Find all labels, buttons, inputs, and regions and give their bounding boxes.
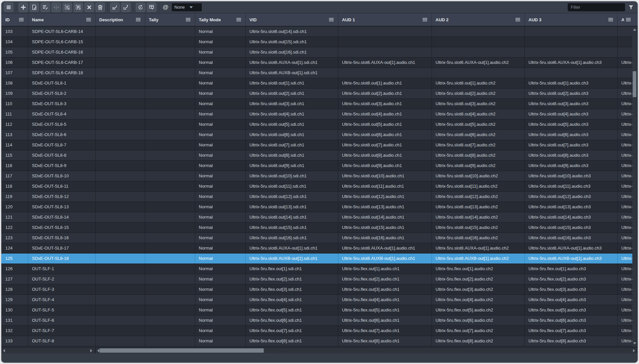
column-header-tally_mode[interactable]: Tally Mode: [195, 13, 246, 26]
cell-aud2[interactable]: Ultrix-5ru.slot8.out[3].audio.ch2: [432, 99, 525, 109]
cell-name[interactable]: SDxE-OUT-SL8-8: [28, 150, 96, 160]
cell-aud1[interactable]: Ultrix-5ru.slot8.out[16].audio.ch1: [338, 233, 432, 243]
column-menu-icon[interactable]: [608, 17, 613, 22]
cell-name[interactable]: SDxE-OUT-SL8-17: [28, 243, 96, 253]
cell-name[interactable]: SDxE-OUT-SL8-2: [28, 89, 96, 98]
cell-id[interactable]: 110: [1, 99, 28, 109]
cell-vid[interactable]: Ultrix-5ru.flex.out[2].sdi.ch1: [246, 274, 338, 284]
cell-name[interactable]: OUT-SLF-5: [28, 305, 96, 315]
cell-description[interactable]: [96, 89, 145, 98]
cell-aud3[interactable]: Ultrix-5ru.slot8.out[2].audio.ch3: [525, 89, 618, 98]
cell-vid[interactable]: Ultrix-5ru.slot8.out[8].sdi.ch1: [246, 150, 338, 160]
cell-vid[interactable]: Ultrix-5ru.slot8.out[12].sdi.ch1: [246, 192, 338, 202]
cell-aud2[interactable]: Ultrix-5ru.slot8.out[10].audio.ch2: [432, 171, 525, 181]
cell-name[interactable]: OUT-SLF-6: [28, 315, 96, 325]
cell-name[interactable]: SDxE-OUT-SL8-1: [28, 78, 96, 88]
cell-name[interactable]: SDPE-OUT-SL6-CARB-17: [28, 58, 96, 68]
cell-aud2[interactable]: [432, 27, 525, 37]
table-row[interactable]: 112 SDxE-OUT-SL8-5 Normal Ultrix-5ru.slo…: [1, 119, 635, 130]
cell-tally-mode[interactable]: Normal: [195, 212, 246, 222]
cell-vid[interactable]: Ultrix-5ru.slot8.out[13].sdi.ch1: [246, 202, 338, 212]
cell-aud2[interactable]: Ultrix-5ru.slot8.out[1].audio.ch2: [432, 78, 525, 88]
cell-description[interactable]: [96, 223, 145, 233]
cell-id[interactable]: 126: [1, 264, 28, 274]
column-header-tally[interactable]: Tally: [145, 13, 195, 26]
column-header-aud2[interactable]: AUD 2: [432, 13, 525, 26]
cell-tally[interactable]: [145, 212, 195, 222]
horizontal-scrollbar[interactable]: [96, 348, 638, 353]
cell-vid[interactable]: Ultrix-5ru.slot8.out[5].sdi.ch1: [246, 119, 338, 129]
cell-name[interactable]: SDPE-OUT-SL6-CARB-14: [28, 27, 96, 37]
cell-tally-mode[interactable]: Normal: [195, 161, 246, 171]
cell-aud3[interactable]: Ultrix-5ru.slot8.out[1].audio.ch3: [525, 78, 618, 88]
column-header-description[interactable]: Description: [96, 13, 145, 26]
table-options-button[interactable]: [147, 3, 156, 12]
cell-id[interactable]: 114: [1, 140, 28, 150]
cell-name[interactable]: SDPE-OUT-SL6-CARB-18: [28, 68, 96, 78]
cell-description[interactable]: [96, 284, 145, 294]
table-row[interactable]: 122 SDxE-OUT-SL8-15 Normal Ultrix-5ru.sl…: [1, 223, 635, 233]
cell-tally-mode[interactable]: Normal: [195, 140, 246, 150]
cell-tally[interactable]: [145, 243, 195, 253]
cell-aud2[interactable]: Ultrix-5ru.slot8.out[11].audio.ch2: [432, 181, 525, 191]
column-header-name[interactable]: Name: [28, 13, 96, 26]
cell-tally[interactable]: [145, 315, 195, 325]
table-row[interactable]: 104 SDPE-OUT-SL6-CARB-15 Normal Ultrix-5…: [1, 37, 635, 47]
cell-description[interactable]: [96, 58, 145, 68]
cell-aud2[interactable]: [432, 37, 525, 47]
cell-aud2[interactable]: Ultrix-5ru.flex.out[8].audio.ch2: [432, 336, 525, 346]
cell-aud1[interactable]: Ultrix-5ru.flex.out[1].audio.ch1: [338, 264, 432, 274]
cell-aud1[interactable]: Ultrix-5ru.slot8.out[14].audio.ch1: [338, 212, 432, 222]
cell-tally[interactable]: [145, 202, 195, 212]
cell-id[interactable]: 111: [1, 109, 28, 119]
cell-vid[interactable]: Ultrix-5ru.slot8.out[11].sdi.ch1: [246, 181, 338, 191]
column-header-aud3[interactable]: AUD 3: [525, 13, 618, 26]
cell-tally-mode[interactable]: Normal: [195, 202, 246, 212]
cell-name[interactable]: SDxE-OUT-SL8-16: [28, 233, 96, 243]
delete-button[interactable]: [96, 3, 105, 12]
cell-id[interactable]: 108: [1, 78, 28, 88]
cell-aud1[interactable]: Ultrix-5ru.slot8.out[13].audio.ch1: [338, 202, 432, 212]
cell-aud3[interactable]: Ultrix-5ru.flex.out[7].audio.ch3: [525, 326, 618, 336]
column-header-aud1[interactable]: AUD 1: [338, 13, 432, 26]
column-menu-icon[interactable]: [136, 17, 141, 22]
cell-description[interactable]: [96, 68, 145, 78]
cell-aud3[interactable]: Ultrix-5ru.slot8.out[9].audio.ch3: [525, 161, 618, 171]
cell-aud1[interactable]: Ultrix-5ru.slot8.out[11].audio.ch1: [338, 181, 432, 191]
cell-tally[interactable]: [145, 254, 195, 264]
table-row[interactable]: 106 SDPE-OUT-SL6-CARB-17 Normal Ultrix-5…: [1, 58, 635, 68]
cell-tally[interactable]: [145, 89, 195, 98]
cell-aud3[interactable]: Ultrix-5ru.slot8.out[11].audio.ch3: [525, 181, 618, 191]
cell-id[interactable]: 107: [1, 68, 28, 78]
cell-tally[interactable]: [145, 295, 195, 305]
table-row[interactable]: 109 SDxE-OUT-SL8-2 Normal Ultrix-5ru.slo…: [1, 89, 635, 99]
cell-aud3[interactable]: [525, 68, 618, 78]
cell-aud3[interactable]: Ultrix-5ru.flex.out[3].audio.ch3: [525, 284, 618, 294]
cell-tally[interactable]: [145, 99, 195, 109]
cell-aud3[interactable]: Ultrix-5ru.flex.out[8].audio.ch3: [525, 336, 618, 346]
cell-aud3[interactable]: Ultrix-5ru.slot8.out[5].audio.ch3: [525, 119, 618, 129]
cell-aud3[interactable]: [525, 37, 618, 47]
table-row[interactable]: 115 SDxE-OUT-SL8-8 Normal Ultrix-5ru.slo…: [1, 150, 635, 161]
cell-tally[interactable]: [145, 140, 195, 150]
cell-tally-mode[interactable]: Normal: [195, 192, 246, 202]
cell-tally-mode[interactable]: Normal: [195, 37, 246, 47]
cell-aud3[interactable]: Ultrix-5ru.slot8.out[3].audio.ch3: [525, 99, 618, 109]
cell-tally[interactable]: [145, 171, 195, 181]
table-row[interactable]: 111 SDxE-OUT-SL8-4 Normal Ultrix-5ru.slo…: [1, 109, 635, 119]
column-header-id[interactable]: ID: [1, 13, 28, 26]
cell-aud3[interactable]: [525, 47, 618, 57]
cell-description[interactable]: [96, 109, 145, 119]
cell-name[interactable]: OUT-SLF-3: [28, 284, 96, 294]
cell-aud2[interactable]: Ultrix-5ru.slot8.out[16].audio.ch2: [432, 233, 525, 243]
cell-tally[interactable]: [145, 68, 195, 78]
scroll-right-arrow-icon[interactable]: [90, 349, 92, 352]
table-row[interactable]: 107 SDPE-OUT-SL6-CARB-18 Normal Ultrix-5…: [1, 68, 635, 78]
cell-id[interactable]: 127: [1, 274, 28, 284]
cell-aud1[interactable]: Ultrix-5ru.slot8.AUXB-out[1].audio.ch1: [338, 254, 432, 264]
filter-funnel-icon[interactable]: [628, 5, 634, 10]
cell-name[interactable]: SDxE-OUT-SL8-11: [28, 181, 96, 191]
cell-vid[interactable]: Ultrix-5ru.slot8.out[2].sdi.ch1: [246, 89, 338, 98]
cell-aud1[interactable]: Ultrix-5ru.flex.out[7].audio.ch1: [338, 326, 432, 336]
cell-aud1[interactable]: Ultrix-5ru.slot8.out[1].audio.ch1: [338, 78, 432, 88]
